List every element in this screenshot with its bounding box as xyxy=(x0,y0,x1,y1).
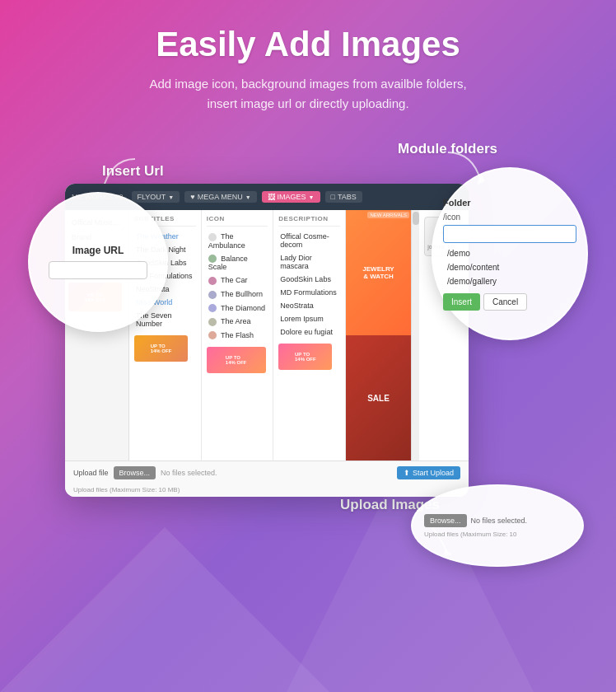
icon-bullet-2 xyxy=(208,277,217,285)
upload-browse-button[interactable]: Browse... xyxy=(424,514,467,527)
mega-menu-button[interactable]: ♥ MEGA MENU ▼ xyxy=(184,191,256,203)
image-url-label: Image URL xyxy=(49,245,147,256)
icon-item-2[interactable]: The Car xyxy=(207,274,268,288)
desc-item-4: NeoStrata xyxy=(278,299,340,312)
icon-item-0[interactable]: The Ambulance xyxy=(207,230,268,252)
images-button[interactable]: 🖼 IMAGES ▼ xyxy=(262,191,320,203)
desc-item-0: Offical Cosme-decom xyxy=(278,230,340,251)
mega-menu-caret: ▼ xyxy=(245,194,251,200)
folder-option-2[interactable]: /demo/gallery xyxy=(443,274,576,288)
desc-item-1: Lady Dior mascara xyxy=(278,251,340,273)
desc-item-5: Lorem Ipsum xyxy=(278,312,340,325)
right-panel-bottom: SALE xyxy=(346,335,411,461)
icon-bullet-1 xyxy=(208,255,217,263)
folder-current: /icon xyxy=(443,213,576,222)
subtitles-banners: UP TO14% OFF xyxy=(134,335,196,362)
icon-bullet-3 xyxy=(208,291,217,299)
icon-bullet-0 xyxy=(208,233,217,241)
icon-item-1[interactable]: Balance Scale xyxy=(207,252,268,274)
icon-banners: UP TO14% OFF xyxy=(207,347,268,373)
flyout-caret: ▼ xyxy=(168,194,174,200)
images-caret: ▼ xyxy=(309,194,315,200)
desc-item-2: GoodSkin Labs xyxy=(278,273,340,286)
page-header: Easily Add Images Add image icon, backgr… xyxy=(0,0,616,126)
module-folders-circle: Folder /icon /demo /demo/content /demo/g… xyxy=(432,167,588,340)
ui-content-area: SUBTITLES The Weather The Dark Night Goo… xyxy=(129,210,469,461)
right-panel-top: NEW ARRIVALS JEWELRY& WATCH xyxy=(346,210,411,335)
desc-item-3: MD Formulations xyxy=(278,286,340,299)
desc-item-6: Dolore eu fugiat xyxy=(278,325,340,339)
upload-circle-note: Upload files (Maximum Size: 10 xyxy=(424,531,571,538)
page-title: Easily Add Images xyxy=(16,25,600,64)
page-subtitle: Add image icon, background images from a… xyxy=(16,74,600,114)
description-column: DESCRIPTION Offical Cosme-decom Lady Dio… xyxy=(273,210,345,461)
folder-cancel-button[interactable]: Cancel xyxy=(483,293,527,311)
icon-column: ICON The Ambulance Balance Scale The Car xyxy=(202,210,274,461)
insert-url-label: Insert Url xyxy=(102,163,164,180)
icon-item-6[interactable]: The Flash xyxy=(207,329,268,343)
upload-note: Upload files (Maximum Size: 10 MB) xyxy=(65,484,469,497)
start-upload-button[interactable]: ⬆ Start Upload xyxy=(397,466,460,479)
scrollbar[interactable] xyxy=(411,210,419,461)
insert-url-circle: Image URL xyxy=(28,192,168,332)
flyout-button[interactable]: FLYOUT ▼ xyxy=(132,191,180,203)
desc-banners: UP TO14% OFF xyxy=(278,344,340,370)
no-file-text: No files selected. xyxy=(161,469,217,477)
folder-search-input[interactable] xyxy=(443,225,576,243)
folder-option-1[interactable]: /demo/content xyxy=(443,260,576,274)
folder-label: Folder xyxy=(443,198,576,208)
upload-icon: ⬆ xyxy=(404,469,410,477)
upload-no-file: No files selected. xyxy=(471,517,528,525)
icon-bullet-6 xyxy=(208,331,217,339)
icon-item-3[interactable]: The Bullhorn xyxy=(207,288,268,302)
folder-option-0[interactable]: /demo xyxy=(443,246,576,260)
folder-insert-button[interactable]: Insert xyxy=(443,293,480,311)
image-url-input[interactable] xyxy=(49,261,147,279)
upload-bar: Upload file Browse... No files selected.… xyxy=(65,461,469,484)
description-header: DESCRIPTION xyxy=(278,215,340,227)
icon-header: ICON xyxy=(207,215,268,227)
icon-item-5[interactable]: The Area xyxy=(207,315,268,329)
module-folders-label: Module folders xyxy=(398,141,497,157)
tabs-button[interactable]: □ TABS xyxy=(325,191,362,203)
right-panels: NEW ARRIVALS JEWELRY& WATCH SALE xyxy=(345,210,411,461)
icon-item-4[interactable]: The Diamond xyxy=(207,302,268,316)
upload-images-circle: Browse... No files selected. Upload file… xyxy=(411,484,584,567)
icon-bullet-4 xyxy=(208,304,217,312)
mockup-area: Insert Url Module folders Upload Images … xyxy=(20,134,596,612)
browse-button[interactable]: Browse... xyxy=(114,466,156,479)
icon-bullet-5 xyxy=(208,318,217,326)
upload-label: Upload file xyxy=(73,469,109,477)
